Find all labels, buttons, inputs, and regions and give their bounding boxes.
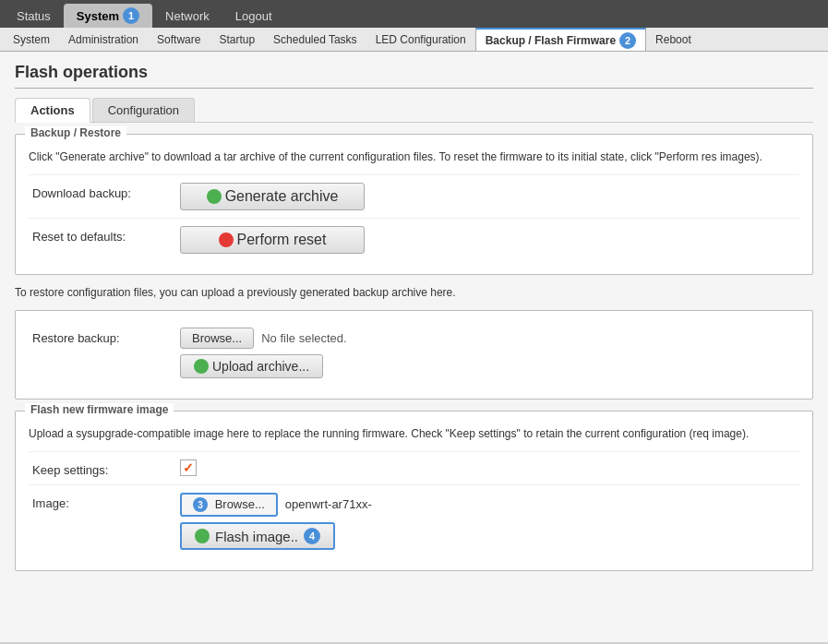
flash-firmware-description: Upload a sysupgrade-compatible image her…	[29, 426, 799, 442]
inner-tab-configuration-label: Configuration	[108, 103, 179, 117]
restore-no-file-text: No file selected.	[261, 331, 347, 345]
checkbox-check-icon: ✓	[183, 460, 194, 475]
restore-backup-value: Browse... No file selected. Upload archi…	[180, 328, 796, 378]
restore-backup-section: Restore backup: Browse... No file select…	[15, 310, 813, 400]
keep-settings-value: ✓	[180, 459, 796, 476]
reset-defaults-value: Perform reset	[180, 226, 796, 254]
upload-archive-icon	[194, 359, 209, 374]
image-browse-label: Browse...	[215, 497, 265, 511]
top-nav-label-logout: Logout	[235, 9, 272, 23]
image-browse-badge: 3	[193, 497, 208, 512]
keep-settings-label: Keep settings:	[32, 459, 180, 477]
sub-nav-label-software: Software	[157, 33, 200, 46]
sub-nav-tab-reboot[interactable]: Reboot	[646, 28, 701, 51]
backup-restore-section: Backup / Restore Click "Generate archive…	[15, 134, 813, 275]
image-label: Image:	[32, 493, 180, 510]
sub-nav-tab-system[interactable]: System	[4, 28, 59, 51]
restore-browse-button[interactable]: Browse...	[180, 328, 254, 349]
image-file-row: 3 Browse... openwrt-ar71xx-	[180, 493, 372, 518]
sub-nav-tab-startup[interactable]: Startup	[210, 28, 264, 51]
reset-defaults-label: Reset to defaults:	[32, 226, 180, 244]
flash-btn-row: Flash image.. 4	[180, 522, 335, 550]
flash-image-label: Flash image..	[215, 529, 298, 544]
flash-firmware-section: Flash new firmware image Upload a sysupg…	[15, 411, 813, 571]
sub-nav-label-led-configuration: LED Configuration	[376, 33, 466, 46]
sub-nav-tab-administration[interactable]: Administration	[59, 28, 148, 51]
top-nav-tab-system[interactable]: System 1	[64, 4, 152, 28]
top-nav-tab-network[interactable]: Network	[152, 4, 222, 28]
image-value: 3 Browse... openwrt-ar71xx- Flash image.…	[180, 493, 796, 551]
sub-nav-tab-scheduled-tasks[interactable]: Scheduled Tasks	[264, 28, 366, 51]
sub-nav-tab-software[interactable]: Software	[148, 28, 210, 51]
image-filename: openwrt-ar71xx-	[285, 497, 372, 511]
restore-file-row: Browse... No file selected.	[180, 328, 347, 349]
sub-nav-label-system: System	[13, 33, 50, 46]
restore-browse-label: Browse...	[192, 331, 242, 345]
top-nav-label-status: Status	[17, 9, 51, 23]
restore-backup-label: Restore backup:	[32, 328, 180, 345]
perform-reset-icon	[219, 233, 234, 247]
reset-defaults-row: Reset to defaults: Perform reset	[29, 218, 799, 261]
main-content: Flash operations Actions Configuration B…	[0, 52, 828, 642]
perform-reset-button[interactable]: Perform reset	[180, 226, 365, 254]
download-backup-value: Generate archive	[180, 183, 796, 210]
keep-settings-row: Keep settings: ✓	[29, 451, 799, 484]
sub-nav-badge-backup-flash: 2	[619, 32, 636, 49]
sub-nav: System Administration Software Startup S…	[0, 28, 828, 52]
generate-archive-label: Generate archive	[225, 188, 339, 205]
restore-description: To restore configuration files, you can …	[15, 286, 813, 299]
inner-tab-configuration[interactable]: Configuration	[92, 98, 195, 122]
backup-restore-title: Backup / Restore	[25, 126, 126, 139]
download-backup-row: Download backup: Generate archive	[29, 174, 799, 218]
download-backup-label: Download backup:	[32, 183, 180, 200]
sub-nav-label-reboot: Reboot	[655, 33, 691, 46]
flash-image-badge: 4	[304, 528, 320, 544]
image-row: Image: 3 Browse... openwrt-ar71xx- Flash…	[29, 484, 799, 558]
sub-nav-label-administration: Administration	[68, 33, 138, 46]
sub-nav-label-scheduled-tasks: Scheduled Tasks	[273, 33, 357, 46]
inner-tabs: Actions Configuration	[15, 98, 813, 123]
upload-archive-button[interactable]: Upload archive...	[180, 354, 323, 378]
top-nav-label-network: Network	[165, 9, 210, 23]
flash-image-button[interactable]: Flash image.. 4	[180, 522, 335, 550]
generate-archive-button[interactable]: Generate archive	[180, 183, 365, 210]
sub-nav-label-backup-flash: Backup / Flash Firmware	[486, 34, 616, 47]
keep-settings-checkbox[interactable]: ✓	[180, 459, 197, 476]
upload-archive-label: Upload archive...	[212, 359, 309, 374]
inner-tab-actions[interactable]: Actions	[15, 98, 90, 123]
page-title: Flash operations	[15, 63, 813, 89]
top-nav: Status System 1 Network Logout	[0, 0, 828, 28]
sub-nav-tab-backup-flash[interactable]: Backup / Flash Firmware 2	[475, 28, 646, 51]
restore-backup-row: Restore backup: Browse... No file select…	[29, 320, 799, 386]
perform-reset-label: Perform reset	[237, 232, 327, 248]
top-nav-tab-status[interactable]: Status	[4, 4, 64, 28]
top-nav-label-system: System	[77, 9, 119, 23]
generate-archive-icon	[207, 189, 222, 204]
backup-restore-description: Click "Generate archive" to download a t…	[29, 149, 799, 165]
sub-nav-label-startup: Startup	[219, 33, 255, 46]
inner-tab-actions-label: Actions	[30, 103, 75, 117]
sub-nav-tab-led-configuration[interactable]: LED Configuration	[366, 28, 475, 51]
flash-firmware-title: Flash new firmware image	[25, 403, 174, 416]
top-nav-badge-system: 1	[123, 7, 139, 24]
image-browse-button[interactable]: 3 Browse...	[180, 493, 278, 518]
top-nav-tab-logout[interactable]: Logout	[222, 4, 285, 28]
flash-image-icon	[195, 529, 210, 543]
